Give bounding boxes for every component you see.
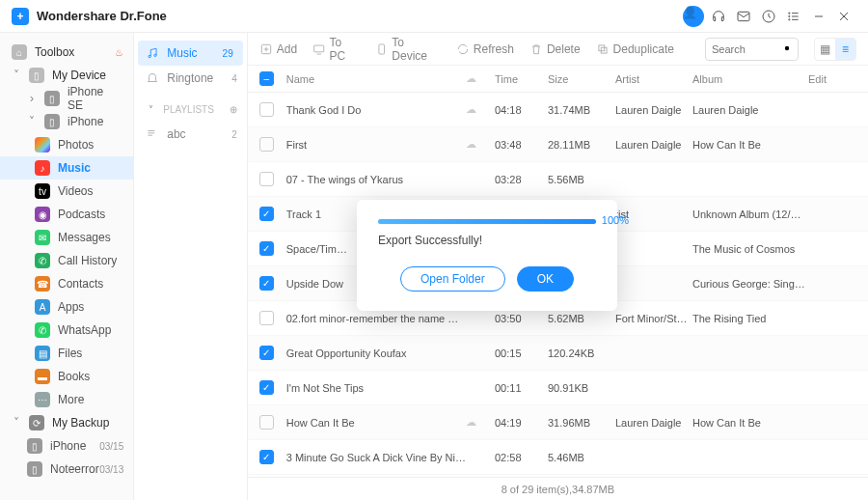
sidebar-item-photos[interactable]: Photos	[0, 133, 133, 156]
row-size: 5.56MB	[548, 174, 615, 185]
cloud-icon: ☁	[466, 416, 495, 429]
svg-rect-9	[379, 43, 385, 53]
minimize-button[interactable]	[806, 4, 831, 29]
list-view-icon[interactable]: ≡	[835, 39, 855, 60]
delete-button[interactable]: Delete	[529, 42, 581, 56]
toolbar: Add To PC To Device Refresh Delete Dedup…	[248, 33, 868, 66]
table-header: – Name ☁ Time Size Artist Album Edit	[248, 66, 868, 93]
row-checkbox[interactable]: ✓	[259, 380, 274, 395]
select-all-checkbox[interactable]: –	[259, 71, 274, 86]
row-checkbox[interactable]	[259, 172, 274, 186]
header-size[interactable]: Size	[548, 73, 615, 85]
svg-point-2	[789, 13, 790, 14]
row-album: Lauren Daigle	[692, 104, 808, 116]
category-ringtone[interactable]: Ringtone4	[134, 66, 247, 91]
row-checkbox[interactable]	[259, 137, 274, 152]
row-name: How Can It Be	[286, 417, 466, 429]
refresh-button[interactable]: Refresh	[456, 42, 514, 56]
mail-icon[interactable]	[731, 4, 756, 29]
sidebar-item-contacts[interactable]: ☎Contacts	[0, 272, 133, 295]
grid-view-icon[interactable]: ▦	[815, 39, 835, 60]
svg-point-12	[785, 46, 789, 50]
sidebar-item-videos[interactable]: tvVideos	[0, 180, 133, 203]
sidebar-item-iphone-se[interactable]: ›▯iPhone SE	[0, 87, 133, 110]
ok-button[interactable]: OK	[517, 266, 574, 292]
to-device-button[interactable]: To Device	[375, 36, 441, 63]
row-size: 31.96MB	[548, 417, 615, 429]
row-checkbox[interactable]: ✓	[259, 276, 274, 291]
header-time[interactable]: Time	[495, 73, 548, 85]
sidebar-item-mydevice[interactable]: ˅▯My Device	[0, 64, 133, 87]
search-icon	[783, 44, 792, 53]
svg-rect-11	[601, 47, 607, 53]
sidebar-item-more[interactable]: ⋯More	[0, 388, 133, 411]
row-album: The Rising Tied	[692, 313, 808, 324]
sidebar-item-music[interactable]: ♪Music	[0, 156, 133, 180]
modal-message: Export Successfully!	[378, 234, 596, 247]
row-checkbox[interactable]: ✓	[259, 450, 274, 464]
view-toggle[interactable]: ▦≡	[814, 38, 856, 61]
table-row[interactable]: 07 - The wings of Ykarus03:285.56MB	[248, 162, 868, 197]
sidebar-item-books[interactable]: ▬Books	[0, 365, 133, 388]
row-checkbox[interactable]	[259, 311, 274, 325]
chevron-down-icon: ˅	[12, 416, 21, 430]
row-album: Curious George: Sing-…	[692, 278, 808, 290]
table-row[interactable]: ✓3 Minute Go Suck A Dick Vine By Ni…02:5…	[248, 440, 868, 475]
deduplicate-button[interactable]: Deduplicate	[596, 42, 674, 56]
table-row[interactable]: ✓Great Opportunity Koufax00:15120.24KB	[248, 336, 868, 371]
table-row[interactable]: How Can It Be☁04:1931.96MBLauren DaigleH…	[248, 405, 868, 440]
svg-rect-0	[738, 12, 749, 20]
row-time: 00:15	[495, 347, 548, 359]
close-button[interactable]	[831, 4, 856, 29]
sidebar-item-toolbox[interactable]: ⌂Toolbox♨	[0, 41, 133, 64]
status-footer: 8 of 29 item(s),34.87MB	[248, 477, 868, 500]
sidebar-backup-iphone[interactable]: ▯iPhone03/15	[0, 434, 133, 458]
account-icon[interactable]: 👤	[681, 4, 706, 29]
row-checkbox[interactable]: ✓	[259, 207, 274, 221]
messages-icon: ✉	[35, 230, 50, 245]
row-checkbox[interactable]: ✓	[259, 346, 274, 360]
headset-icon[interactable]	[706, 4, 731, 29]
music-icon: ♪	[35, 160, 50, 176]
table-row[interactable]: Thank God I Do☁04:1831.74MBLauren Daigle…	[248, 93, 868, 127]
row-name: I'm Not She Tips	[286, 382, 466, 394]
row-checkbox[interactable]	[259, 102, 274, 117]
sidebar-item-apps[interactable]: AApps	[0, 295, 133, 319]
row-size: 90.91KB	[548, 382, 615, 394]
sidebar-item-call-history[interactable]: ✆Call History	[0, 249, 133, 272]
header-artist[interactable]: Artist	[615, 73, 692, 85]
table-row[interactable]: First☁03:4828.11MBLauren DaigleHow Can I…	[248, 127, 868, 162]
sidebar-item-podcasts[interactable]: ◉Podcasts	[0, 203, 133, 226]
chevron-down-icon: ˅	[146, 104, 155, 115]
header-edit: Edit	[808, 73, 856, 85]
history-icon[interactable]	[756, 4, 781, 29]
menu-icon[interactable]	[781, 4, 806, 29]
row-name: First	[286, 139, 466, 151]
row-name: Thank God I Do	[286, 104, 466, 116]
sidebar-item-files[interactable]: ▤Files	[0, 342, 133, 365]
row-time: 02:58	[495, 452, 548, 463]
playlist-abc[interactable]: abc2	[134, 122, 247, 147]
header-name[interactable]: Name	[286, 73, 466, 85]
sidebar-item-messages[interactable]: ✉Messages	[0, 226, 133, 249]
row-checkbox[interactable]	[259, 415, 274, 430]
sidebar-item-iphone[interactable]: ˅▯iPhone	[0, 110, 133, 133]
open-folder-button[interactable]: Open Folder	[400, 266, 505, 292]
sidebar-item-whatsapp[interactable]: ✆WhatsApp	[0, 319, 133, 342]
search-input[interactable]	[705, 38, 799, 61]
row-checkbox[interactable]: ✓	[259, 241, 274, 256]
header-album[interactable]: Album	[692, 73, 808, 85]
category-music[interactable]: Music29	[138, 41, 243, 66]
sidebar-item-mybackup[interactable]: ˅⟳My Backup	[0, 411, 133, 434]
svg-rect-8	[314, 45, 324, 52]
table-row[interactable]: ✓I'm Not She Tips00:1190.91KB	[248, 371, 868, 405]
add-button[interactable]: Add	[259, 42, 297, 56]
row-album: The Music of Cosmos	[692, 243, 808, 255]
bell-icon	[146, 71, 159, 85]
row-time: 00:11	[495, 382, 548, 394]
phone-icon: ▯	[27, 461, 42, 477]
home-icon: ⌂	[12, 44, 27, 60]
sidebar-backup-noteerror[interactable]: ▯Noteerror03/13	[0, 458, 133, 481]
to-pc-button[interactable]: To PC	[312, 36, 360, 63]
add-playlist-icon[interactable]: ⊕	[230, 104, 237, 115]
